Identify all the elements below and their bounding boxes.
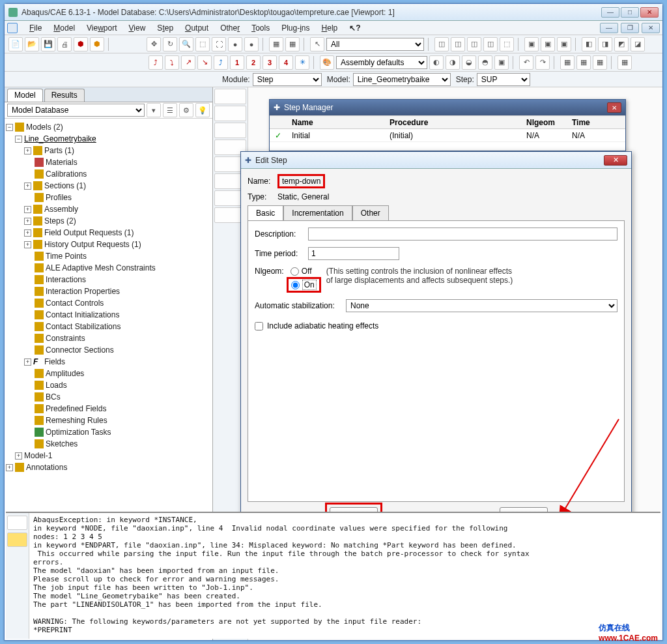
tab-incrementation[interactable]: Incrementation (283, 205, 352, 220)
menu-tools[interactable]: Tools (246, 22, 275, 34)
p4-icon[interactable]: ▦ (617, 55, 632, 70)
col-time[interactable]: Time (572, 118, 611, 127)
expand-icon[interactable]: + (24, 229, 31, 237)
description-input[interactable] (308, 227, 617, 241)
tab-other[interactable]: Other (352, 205, 389, 220)
collapse-icon[interactable]: − (15, 136, 22, 143)
new-icon[interactable]: 📄 (8, 37, 23, 51)
vt3-icon[interactable] (214, 123, 246, 138)
cube4-icon[interactable]: ▣ (557, 37, 571, 51)
vt2-icon[interactable] (214, 106, 246, 121)
close-button[interactable]: ✕ (640, 7, 659, 18)
model-db-select[interactable]: Model Database (7, 104, 145, 117)
undo-icon[interactable]: ↶ (519, 55, 533, 70)
p2-icon[interactable]: ▦ (576, 55, 591, 70)
expand-icon[interactable]: + (24, 206, 31, 213)
r2-icon[interactable]: ◑ (446, 55, 460, 70)
expand-icon[interactable]: + (15, 452, 22, 460)
csys1-icon[interactable]: ⤴ (149, 55, 163, 70)
csys4-icon[interactable]: ↘ (197, 55, 212, 70)
close-icon[interactable]: ✕ (607, 102, 621, 113)
save-icon[interactable]: 💾 (41, 37, 55, 51)
menu-help[interactable]: Help (317, 22, 343, 34)
filter2-icon[interactable]: ☰ (163, 103, 177, 117)
titlebar[interactable]: Abaqus/CAE 6.13-1 - Model Database: C:\U… (5, 4, 662, 21)
table-row[interactable]: ✓ Initial (Initial) N/A N/A (270, 129, 625, 142)
zoom-icon[interactable]: 🔍 (179, 37, 193, 51)
edit-step-dialog[interactable]: ✚ Edit Step ✕ Name: temp-down Type: Stat… (240, 151, 632, 534)
arrow-icon[interactable]: ↖ (310, 37, 324, 51)
db-red-icon[interactable]: ⬢ (74, 37, 88, 51)
expand-icon[interactable]: + (24, 241, 31, 248)
menu-model[interactable]: Model (48, 22, 80, 34)
p3-icon[interactable]: ▦ (593, 55, 607, 70)
mdi-restore-button[interactable]: ❐ (621, 23, 639, 33)
minimize-button[interactable]: — (601, 7, 619, 18)
step-manager-titlebar[interactable]: ✚ Step Manager ✕ (270, 100, 625, 115)
tab-model[interactable]: Model (7, 89, 43, 102)
collapse-icon[interactable]: − (6, 124, 13, 131)
system-menu-icon[interactable] (7, 23, 18, 33)
iso4-icon[interactable]: ◪ (631, 37, 645, 51)
nlgeom-off-radio[interactable]: Off (291, 267, 321, 276)
vt1-icon[interactable] (214, 89, 246, 104)
filter3-icon[interactable]: ⚙ (179, 103, 193, 117)
expand-icon[interactable]: + (24, 359, 31, 366)
num3-icon[interactable]: 3 (263, 55, 277, 70)
csys5-icon[interactable]: ⤴ (214, 55, 228, 70)
t4-icon[interactable]: ◫ (483, 37, 498, 51)
t2-icon[interactable]: ◫ (451, 37, 465, 51)
tab-basic[interactable]: Basic (248, 205, 283, 220)
model-select[interactable]: Line_Geometrybaike (353, 73, 451, 86)
expand-icon[interactable]: + (6, 464, 13, 471)
redo-icon[interactable]: ↷ (535, 55, 550, 70)
expand-icon[interactable]: + (24, 183, 31, 190)
num1-icon[interactable]: 1 (230, 55, 244, 70)
menu-other[interactable]: Other (215, 22, 245, 34)
cube2-icon[interactable]: ▣ (524, 37, 539, 51)
cycle2-icon[interactable]: ● (244, 37, 259, 51)
num4-icon[interactable]: 4 (279, 55, 293, 70)
fit-icon[interactable]: ⛶ (212, 37, 226, 51)
menu-output[interactable]: Output (180, 22, 214, 34)
menu-step[interactable]: Step (152, 22, 178, 34)
edit-step-titlebar[interactable]: ✚ Edit Step ✕ (241, 152, 631, 169)
stabilization-select[interactable]: None (346, 299, 617, 312)
iso2-icon[interactable]: ◨ (598, 37, 612, 51)
t1-icon[interactable]: ◫ (434, 37, 449, 51)
time-period-input[interactable] (308, 247, 399, 260)
bulb-icon[interactable]: 💡 (195, 103, 210, 117)
num2-icon[interactable]: 2 (246, 55, 261, 70)
grid1-icon[interactable]: ▦ (269, 37, 283, 51)
cycle1-icon[interactable]: ● (228, 37, 242, 51)
grid2-icon[interactable]: ▦ (285, 37, 300, 51)
open-icon[interactable]: 📂 (25, 37, 39, 51)
adiabatic-checkbox[interactable] (255, 322, 263, 330)
filter1-icon[interactable]: ▾ (147, 103, 161, 117)
axis-icon[interactable]: ✳ (295, 55, 309, 70)
menu-viewport[interactable]: Viewport (81, 22, 122, 34)
csys2-icon[interactable]: ⤵ (165, 55, 179, 70)
cube3-icon[interactable]: ▣ (541, 37, 555, 51)
help-arrow-icon[interactable]: ↖? (344, 22, 365, 34)
render-style-select[interactable]: Assembly defaults (336, 56, 427, 69)
close-icon[interactable]: ✕ (604, 155, 627, 166)
mdi-close-button[interactable]: ✕ (642, 23, 660, 33)
tab-results[interactable]: Results (44, 89, 85, 102)
db-orange-icon[interactable]: ⬢ (90, 37, 104, 51)
iso3-icon[interactable]: ◩ (614, 37, 629, 51)
rotate-icon[interactable]: ↻ (163, 37, 177, 51)
r1-icon[interactable]: ◐ (429, 55, 444, 70)
col-procedure[interactable]: Procedure (390, 118, 526, 127)
message-text[interactable]: AbaqusException: in keyword *INSTANCE, i… (29, 513, 660, 639)
zoom-box-icon[interactable]: ⬚ (195, 37, 210, 51)
expand-icon[interactable]: + (24, 218, 31, 225)
step-manager-dialog[interactable]: ✚ Step Manager ✕ Name Procedure Nlgeom T… (269, 99, 626, 151)
msg-tab1-icon[interactable] (7, 516, 27, 530)
r4-icon[interactable]: ◓ (478, 55, 492, 70)
r5-icon[interactable]: ▣ (494, 55, 509, 70)
csys3-icon[interactable]: ↗ (181, 55, 195, 70)
module-select[interactable]: Step (253, 73, 322, 86)
r3-icon[interactable]: ◒ (462, 55, 476, 70)
expand-icon[interactable]: + (24, 147, 31, 154)
